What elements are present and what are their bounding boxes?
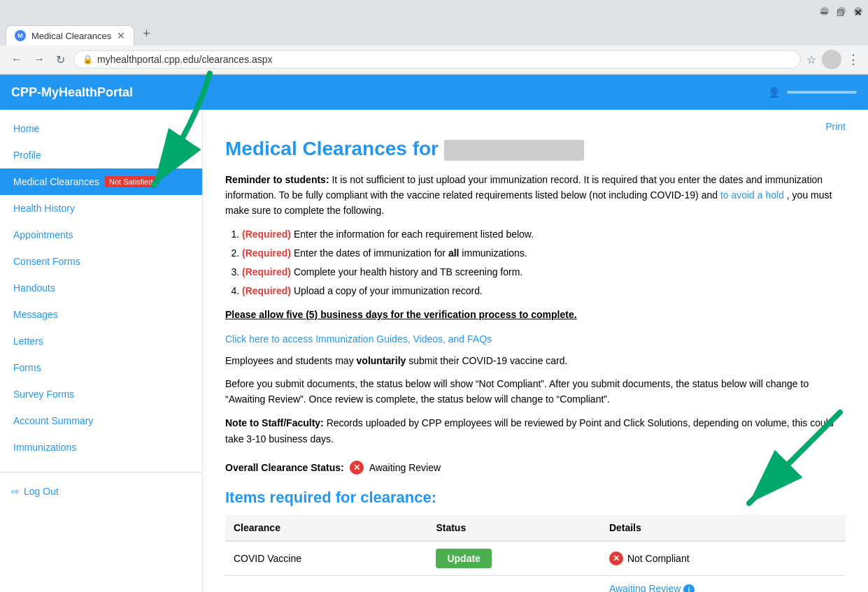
status-change-text: Before you submit documents, the status …: [225, 376, 846, 407]
back-button[interactable]: ←: [8, 50, 25, 68]
note-bold: Note to Staff/Faculty:: [225, 417, 324, 428]
overall-status-icon: ✕: [350, 461, 364, 475]
sidebar-link-forms[interactable]: Forms: [0, 354, 202, 381]
update-button[interactable]: Update: [436, 549, 491, 568]
sidebar-item-survey-forms[interactable]: Survey Forms: [0, 381, 202, 407]
col-clearance: Clearance: [225, 515, 427, 541]
reminder-bold-label: Reminder to students:: [225, 174, 329, 185]
clearance-name: COVID Vaccine: [225, 541, 427, 576]
header-user-icon: 👤: [768, 87, 780, 98]
sidebar-item-appointments[interactable]: Appointments: [0, 222, 202, 248]
tab-favicon: M: [15, 30, 26, 41]
sidebar: Home Profile Medical Clearances Not Sati…: [0, 110, 203, 592]
browser-tab[interactable]: M Medical Clearances ✕: [6, 25, 134, 45]
logout-button[interactable]: ⇨ Log Out: [0, 478, 202, 505]
sidebar-item-handouts[interactable]: Handouts: [0, 275, 202, 301]
reload-button[interactable]: ↻: [53, 50, 68, 69]
sidebar-link-immunizations[interactable]: Immunizations: [0, 434, 202, 461]
app-header: CPP-MyHealthPortal 👤: [0, 75, 868, 110]
table-header: Clearance Status Details: [225, 515, 846, 541]
covid-info: Employees and students may voluntarily s…: [225, 353, 846, 407]
requirement-1: (Required) Enter the information for eac…: [242, 227, 846, 242]
sidebar-item-medical-clearances[interactable]: Medical Clearances Not Satisfied: [0, 168, 202, 195]
browser-menu-button[interactable]: ⋮: [847, 52, 860, 67]
sidebar-link-home[interactable]: Home: [0, 115, 202, 142]
page-title: Medical Clearances for: [225, 138, 846, 161]
sidebar-item-profile[interactable]: Profile: [0, 142, 202, 168]
header-username: [787, 91, 857, 94]
reminder-paragraph: Reminder to students: It is not sufficie…: [225, 172, 846, 219]
not-compliant-icon: ✕: [609, 551, 623, 565]
immunization-guides-link[interactable]: Click here to access Immunization Guides…: [225, 333, 492, 345]
address-bar[interactable]: 🔒 myhealthportal.cpp.edu/clearances.aspx: [73, 50, 801, 68]
items-title: Items required for clearance:: [225, 489, 846, 507]
sidebar-label-medical-clearances: Medical Clearances: [13, 176, 99, 187]
info-icon[interactable]: i: [683, 584, 695, 592]
sidebar-link-handouts[interactable]: Handouts: [0, 275, 202, 301]
sidebar-link-messages[interactable]: Messages: [0, 301, 202, 328]
tab-close-button[interactable]: ✕: [117, 30, 125, 41]
forward-button[interactable]: →: [31, 50, 48, 68]
sidebar-item-home[interactable]: Home: [0, 115, 202, 142]
sidebar-item-forms[interactable]: Forms: [0, 354, 202, 381]
sidebar-link-account-summary[interactable]: Account Summary: [0, 407, 202, 434]
awaiting-review-cell: Awaiting Review i: [601, 576, 846, 592]
sidebar-item-messages[interactable]: Messages: [0, 301, 202, 328]
req2-label: (Required): [242, 247, 291, 259]
awaiting-review-link[interactable]: Awaiting Review: [609, 583, 681, 592]
maximize-button[interactable]: □: [837, 7, 846, 15]
note-paragraph: Note to Staff/Faculty: Records uploaded …: [225, 415, 846, 447]
app-title: CPP-MyHealthPortal: [11, 85, 133, 100]
close-button[interactable]: ✕: [854, 7, 862, 15]
req3-text: Complete your health history and TB scre…: [294, 266, 522, 277]
avoid-hold-link[interactable]: to avoid a hold: [720, 189, 784, 201]
covid-text2: submit their COVID-19 vaccine card.: [408, 355, 567, 366]
header-right: 👤: [768, 87, 857, 98]
minimize-button[interactable]: ─: [820, 7, 829, 15]
overall-status: Overall Clearance Status: ✕ Awaiting Rev…: [225, 461, 846, 475]
sidebar-link-letters[interactable]: Letters: [0, 328, 202, 354]
not-compliant-text: Not Compliant: [627, 553, 690, 564]
logout-label: Log Out: [24, 486, 59, 497]
lock-icon: 🔒: [83, 55, 93, 64]
sidebar-link-profile[interactable]: Profile: [0, 142, 202, 168]
print-link[interactable]: Print: [225, 121, 846, 132]
student-name-blurred: [444, 140, 584, 161]
requirement-3: (Required) Complete your health history …: [242, 265, 846, 280]
empty-cell-2: [427, 576, 600, 592]
requirement-4: (Required) Upload a copy of your immuniz…: [242, 284, 846, 298]
table-body: COVID Vaccine Update ✕ Not Compliant: [225, 541, 846, 592]
clearance-status-cell: Update: [427, 541, 600, 576]
sidebar-link-consent-forms[interactable]: Consent Forms: [0, 248, 202, 275]
profile-avatar[interactable]: [822, 50, 841, 69]
app-layout: Home Profile Medical Clearances Not Sati…: [0, 110, 868, 592]
requirements-list: (Required) Enter the information for eac…: [242, 227, 846, 298]
sidebar-item-account-summary[interactable]: Account Summary: [0, 407, 202, 434]
empty-cell-1: [225, 576, 427, 592]
business-days-notice: Please allow five (5) business days for …: [225, 307, 846, 322]
main-content: Print Medical Clearances for Reminder to…: [203, 110, 868, 592]
not-compliant-cell: ✕ Not Compliant: [609, 551, 837, 565]
table-row: COVID Vaccine Update ✕ Not Compliant: [225, 541, 846, 576]
sidebar-item-consent-forms[interactable]: Consent Forms: [0, 248, 202, 275]
req3-label: (Required): [242, 266, 291, 277]
url-text: myhealthportal.cpp.edu/clearances.aspx: [97, 54, 792, 65]
clearance-status-text-cell: ✕ Not Compliant: [601, 541, 846, 576]
sidebar-link-survey-forms[interactable]: Survey Forms: [0, 381, 202, 407]
table-row-details: Awaiting Review i: [225, 576, 846, 592]
new-tab-button[interactable]: +: [134, 22, 159, 45]
logout-icon: ⇨: [11, 486, 20, 497]
note-box: Note to Staff/Faculty: Records uploaded …: [225, 415, 846, 447]
sidebar-divider: [0, 472, 202, 472]
req2-text: Enter the dates of immunization for all …: [294, 247, 527, 259]
bookmark-icon[interactable]: ☆: [806, 53, 816, 66]
tab-title: Medical Clearances: [31, 31, 111, 41]
sidebar-item-letters[interactable]: Letters: [0, 328, 202, 354]
sidebar-item-health-history[interactable]: Health History: [0, 195, 202, 222]
sidebar-item-immunizations[interactable]: Immunizations: [0, 434, 202, 461]
not-satisfied-badge: Not Satisfied: [105, 176, 157, 187]
sidebar-link-health-history[interactable]: Health History: [0, 195, 202, 222]
sidebar-link-appointments[interactable]: Appointments: [0, 222, 202, 248]
sidebar-link-medical-clearances[interactable]: Medical Clearances Not Satisfied: [0, 168, 202, 195]
col-status: Status: [427, 515, 600, 541]
